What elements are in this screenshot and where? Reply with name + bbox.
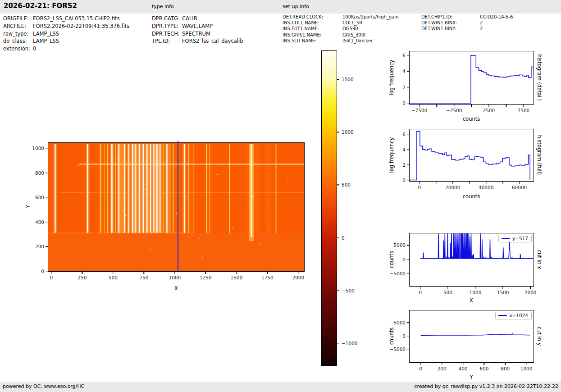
colorbar-tick-label: −500 — [342, 288, 355, 293]
x-tick-label: 0 — [50, 275, 53, 280]
info-label: TPL.ID: — [152, 37, 182, 45]
x-axis-label: X — [470, 297, 473, 304]
info-value: 2 — [480, 26, 483, 32]
legend: x=1024 — [495, 312, 532, 319]
y-tick — [407, 71, 409, 72]
info-label: INS.GRIS1.NAME: — [283, 32, 342, 38]
x-tick-label: 2000 — [292, 275, 304, 280]
info-label: INS.FILT1.NAME: — [283, 26, 342, 32]
x-tick — [236, 272, 237, 274]
info-label: DPR.CATG: — [152, 15, 182, 23]
hist_detail-curve — [410, 51, 534, 104]
right-axis-label: cut in y — [536, 327, 543, 346]
y-tick — [407, 149, 409, 150]
x-tick-label: 200 — [438, 366, 447, 371]
x-tick — [452, 182, 453, 184]
info-value: FORS2.2026-02-22T09:41:35.376.fits — [33, 23, 129, 30]
y-tick — [407, 164, 409, 165]
info-row: ARCFILE:FORS2.2026-02-22T09:41:35.376.fi… — [3, 23, 129, 30]
info-value: LAMP_LSS — [33, 37, 59, 45]
x-tick — [471, 105, 472, 107]
info-row: DET.WIN1.BINY:2 — [421, 26, 513, 32]
x-tick — [486, 182, 486, 184]
info-value: FORS2_LSS_CAL053.15.CHIP2.fits — [33, 15, 120, 23]
info-value: GRIS_300I — [342, 32, 365, 38]
x-tick — [420, 287, 420, 289]
y-tick — [46, 148, 48, 148]
x-tick — [463, 363, 463, 365]
info-label: ARCFILE: — [3, 23, 33, 30]
info-label: do_class: — [3, 37, 33, 45]
y-tick — [407, 322, 409, 323]
x-tick — [419, 105, 420, 107]
y-tick-label: 5000 — [393, 242, 406, 248]
x-tick — [530, 287, 530, 289]
x-tick-label: 1500 — [497, 290, 509, 295]
x-tick-label: −2500 — [446, 108, 462, 113]
x-tick-label: 7500 — [518, 108, 530, 113]
crosshair-vertical — [178, 141, 178, 271]
legend-label: x=1024 — [509, 313, 528, 318]
x-tick-label: 1000 — [520, 366, 533, 371]
footer-right-text: created by qc_rawdisp.py v1.2.3 on 2026-… — [414, 383, 558, 389]
info-label: DPR.TYPE: — [152, 23, 182, 30]
x-tick — [144, 272, 144, 274]
x-tick — [51, 272, 51, 274]
info-value: 2 — [480, 20, 483, 26]
colorbar-tick — [337, 290, 339, 291]
x-tick-label: 1750 — [261, 275, 274, 280]
info-value: WAVE,LAMP — [182, 23, 213, 30]
x-tick — [469, 182, 470, 184]
info-row: INS.GRIS1.NAME:GRIS_300I — [283, 32, 398, 38]
cut-in-y-plot: x=1024 0200400600800100050000−5000 — [409, 310, 534, 363]
x-tick — [475, 287, 475, 289]
info-value: 0 — [33, 45, 36, 53]
info-label: INS.SLIT.NAME: — [283, 38, 342, 44]
x-tick-label: 60000 — [512, 185, 527, 190]
x-tick — [174, 272, 175, 274]
colorbar: 150010005000−500−1000 — [321, 50, 337, 366]
y-tick — [46, 246, 48, 246]
legend: y=517 — [498, 235, 532, 242]
y-tick — [46, 222, 48, 222]
x-tick-label: 750 — [139, 275, 148, 280]
legend-label: y=517 — [512, 236, 528, 241]
x-tick-label: 800 — [501, 366, 510, 371]
y-tick — [407, 103, 409, 103]
y-tick-label: 0 — [402, 100, 406, 106]
colorbar-tick-label: 0 — [342, 235, 345, 241]
info-value: FORS2_lss_cal_daycalib — [182, 37, 243, 45]
right-axis-label: histogram (detail) — [536, 54, 543, 100]
y-tick-label: 200 — [35, 244, 44, 249]
main-y-axis-label: Y — [25, 205, 31, 208]
info-row: DPR.CATG:CALIB — [152, 15, 243, 23]
info-label: DET.READ.CLOCK: — [283, 14, 342, 20]
right-axis-label: histogram (full) — [536, 135, 543, 175]
qc-rawdisp-page: 2026-02-21: FORS2 type info set-up info … — [0, 0, 561, 392]
info-row: DET.CHIP1.ID:CCID20-14-5-6 — [421, 14, 513, 20]
info-row: DET.WIN1.BINX:2 — [421, 20, 513, 26]
x-tick-label: 250 — [78, 275, 87, 280]
x-tick-label: −7500 — [411, 108, 428, 113]
footer-left-text: powered by QC: www.eso.org/HC — [3, 383, 84, 389]
y-tick-label: −5000 — [389, 346, 406, 352]
y-tick — [407, 336, 409, 336]
x-tick-label: 600 — [479, 366, 488, 371]
x-tick — [454, 105, 454, 107]
x-tick-label: 20000 — [445, 185, 460, 190]
info-value: 100Kps/2ports/high_gain — [342, 14, 398, 20]
header-bar — [0, 0, 561, 14]
x-tick — [442, 363, 442, 365]
histogram-full-plot: 02000040000600000246 — [409, 129, 534, 182]
x-tick-label: 0 — [419, 290, 422, 295]
section-label-setup-info: set-up info — [283, 4, 309, 9]
colorbar-tick — [337, 185, 339, 185]
x-axis-label: counts — [463, 116, 480, 122]
x-tick — [502, 287, 503, 289]
info-row: TPL.ID:FORS2_lss_cal_daycalib — [152, 37, 243, 45]
y-tick-label: 800 — [35, 170, 44, 176]
x-tick-label: 0 — [419, 366, 422, 371]
raw-image-plot: 0250500750100012501500175020000200400600… — [48, 142, 305, 272]
colorbar-tick — [337, 343, 339, 343]
y-tick-label: −5000 — [389, 271, 406, 276]
